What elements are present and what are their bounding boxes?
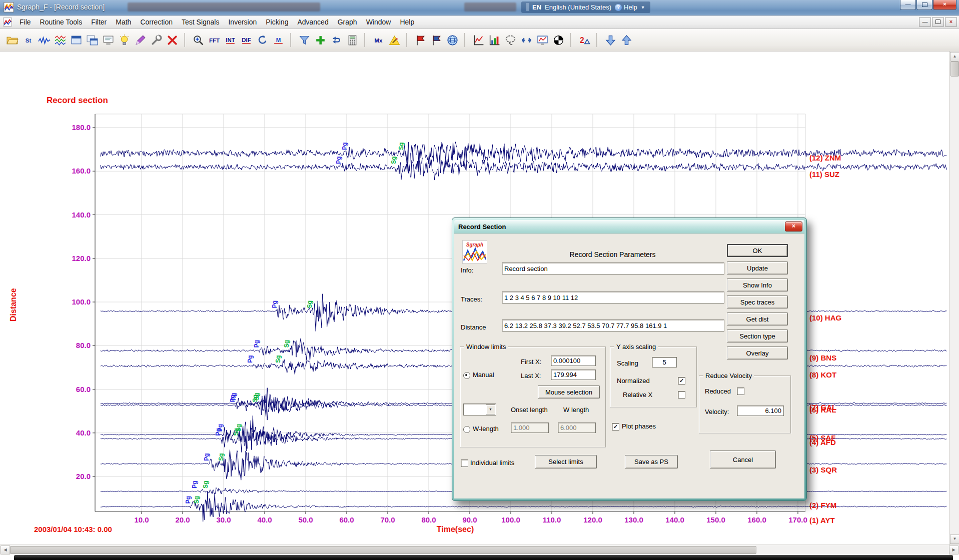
overlay-button[interactable]: Overlay bbox=[727, 346, 788, 360]
spec-traces-button[interactable]: Spec traces bbox=[727, 296, 788, 308]
max-amplitude-button[interactable]: Mx bbox=[371, 32, 386, 48]
window-type-combobox[interactable]: ▼ bbox=[463, 404, 496, 416]
vertical-scrollbar[interactable]: ▲ ▼ bbox=[949, 52, 959, 544]
save-as-ps-button[interactable]: Save as PS bbox=[625, 455, 678, 468]
flag-blue-icon[interactable] bbox=[429, 32, 444, 48]
combo-dropdown-arrow[interactable]: ▼ bbox=[486, 404, 495, 414]
window-minimize-button[interactable]: — bbox=[900, 0, 916, 10]
station-list-button[interactable]: St bbox=[21, 32, 36, 48]
hint-lamp-icon[interactable] bbox=[117, 32, 132, 48]
redraw-icon[interactable] bbox=[255, 32, 270, 48]
scroll-down-arrow[interactable]: ▼ bbox=[950, 534, 959, 544]
move-up-button[interactable] bbox=[619, 32, 634, 48]
reduced-checkbox[interactable] bbox=[737, 388, 744, 395]
menu-routine-tools[interactable]: Routine Tools bbox=[36, 16, 87, 28]
individual-limits-checkbox[interactable] bbox=[461, 460, 468, 467]
language-code[interactable]: EN bbox=[532, 4, 541, 11]
menu-picking[interactable]: Picking bbox=[261, 16, 293, 28]
horizontal-scroll-thumb[interactable] bbox=[10, 546, 756, 554]
menu-math[interactable]: Math bbox=[111, 16, 136, 28]
w-length-radio[interactable] bbox=[463, 426, 470, 433]
vertical-scroll-thumb[interactable] bbox=[950, 62, 959, 76]
menu-inversion[interactable]: Inversion bbox=[224, 16, 261, 28]
flag-red-icon[interactable] bbox=[413, 32, 428, 48]
window-plot-icon[interactable] bbox=[535, 32, 550, 48]
w-length-radio-label[interactable]: W-length bbox=[473, 425, 499, 432]
velocity-field[interactable] bbox=[737, 406, 784, 416]
dialog-title-bar[interactable]: Record Section × bbox=[454, 220, 804, 234]
save-all-icon[interactable] bbox=[85, 32, 100, 48]
ok-button[interactable]: OK bbox=[727, 244, 788, 257]
language-bar-grip[interactable] bbox=[526, 4, 529, 11]
manual-radio-label[interactable]: Manual bbox=[473, 371, 494, 378]
single-trace-icon[interactable] bbox=[37, 32, 52, 48]
move-down-button[interactable] bbox=[603, 32, 618, 48]
tools-wrench-icon[interactable] bbox=[149, 32, 164, 48]
mouse-selection-button[interactable]: Mouse selection bbox=[538, 386, 600, 398]
integrate-button[interactable]: INT bbox=[223, 32, 238, 48]
language-options-chevron[interactable]: ▼ bbox=[641, 5, 645, 10]
zoom-in-icon[interactable] bbox=[191, 32, 206, 48]
menu-correction[interactable]: Correction bbox=[136, 16, 177, 28]
section-type-button[interactable]: Section type bbox=[727, 330, 788, 342]
scroll-left-arrow[interactable]: ◀ bbox=[1, 546, 10, 554]
title-bar[interactable]: Sgraph_F - [Record section] EN English (… bbox=[0, 0, 959, 16]
child-restore-button[interactable] bbox=[932, 17, 944, 27]
expand-horizontal-icon[interactable] bbox=[519, 32, 534, 48]
plot-phases-label[interactable]: Plot phases bbox=[622, 422, 656, 430]
menu-filter[interactable]: Filter bbox=[87, 16, 111, 28]
marker-pen-icon[interactable] bbox=[133, 32, 148, 48]
menu-graph[interactable]: Graph bbox=[333, 16, 362, 28]
window-maximize-button[interactable] bbox=[916, 0, 932, 10]
cancel-button[interactable]: Cancel bbox=[710, 450, 776, 468]
globe-icon[interactable] bbox=[445, 32, 460, 48]
last-x-field[interactable] bbox=[551, 370, 596, 380]
lasso-select-icon[interactable] bbox=[503, 32, 518, 48]
scroll-right-arrow[interactable]: ▶ bbox=[949, 546, 958, 554]
horizontal-scrollbar[interactable]: ◀ ▶ bbox=[0, 544, 959, 554]
scaling-field[interactable] bbox=[652, 357, 677, 368]
onset-length-field[interactable] bbox=[511, 422, 549, 433]
scroll-up-arrow[interactable]: ▲ bbox=[950, 52, 959, 62]
add-plus-icon[interactable] bbox=[313, 32, 328, 48]
child-minimize-button[interactable]: — bbox=[919, 17, 931, 27]
edit-picks-icon[interactable] bbox=[387, 32, 402, 48]
dialog-close-button[interactable]: × bbox=[785, 222, 802, 232]
show-info-button[interactable]: Show Info bbox=[727, 278, 788, 292]
fft-button[interactable]: FFT bbox=[207, 32, 222, 48]
open-folder-icon[interactable] bbox=[5, 32, 20, 48]
manual-radio[interactable] bbox=[463, 372, 470, 379]
menu-advanced[interactable]: Advanced bbox=[293, 16, 333, 28]
delete-x-icon[interactable] bbox=[165, 32, 180, 48]
swap-loop-icon[interactable] bbox=[329, 32, 344, 48]
menu-test-signals[interactable]: Test Signals bbox=[177, 16, 224, 28]
focal-sphere-icon[interactable] bbox=[551, 32, 566, 48]
individual-limits-label[interactable]: Individual limits bbox=[470, 459, 514, 466]
language-name[interactable]: English (United States) bbox=[545, 4, 611, 11]
relative-x-checkbox[interactable] bbox=[678, 391, 685, 398]
menu-help[interactable]: Help bbox=[395, 16, 419, 28]
language-bar[interactable]: EN English (United States) ? Help ▼ bbox=[521, 2, 650, 13]
window-close-button[interactable]: × bbox=[933, 0, 956, 10]
select-limits-button[interactable]: Select limits bbox=[535, 455, 597, 468]
normalized-checkbox[interactable]: ✓ bbox=[678, 377, 685, 384]
filter-button[interactable] bbox=[297, 32, 312, 48]
language-help[interactable]: ? Help bbox=[615, 4, 637, 11]
print-preview-icon[interactable] bbox=[101, 32, 116, 48]
multi-trace-icon[interactable] bbox=[53, 32, 68, 48]
info-field[interactable] bbox=[502, 262, 724, 274]
distance-field[interactable] bbox=[502, 320, 724, 332]
traces-field[interactable] bbox=[502, 292, 724, 304]
xy-plot-icon[interactable] bbox=[471, 32, 486, 48]
child-close-button[interactable]: × bbox=[945, 17, 957, 27]
plot-phases-checkbox[interactable]: ✓ bbox=[612, 423, 619, 430]
map-layers-button[interactable]: 2 bbox=[577, 32, 592, 48]
magnify-button[interactable]: M bbox=[271, 32, 286, 48]
w-length-field[interactable] bbox=[558, 422, 596, 433]
multi-chart-icon[interactable] bbox=[487, 32, 502, 48]
first-x-field[interactable] bbox=[551, 356, 596, 366]
menu-window[interactable]: Window bbox=[362, 16, 396, 28]
get-dist-button[interactable]: Get dist bbox=[727, 312, 788, 326]
differentiate-button[interactable]: DIF bbox=[239, 32, 254, 48]
calculator-icon[interactable] bbox=[345, 32, 360, 48]
